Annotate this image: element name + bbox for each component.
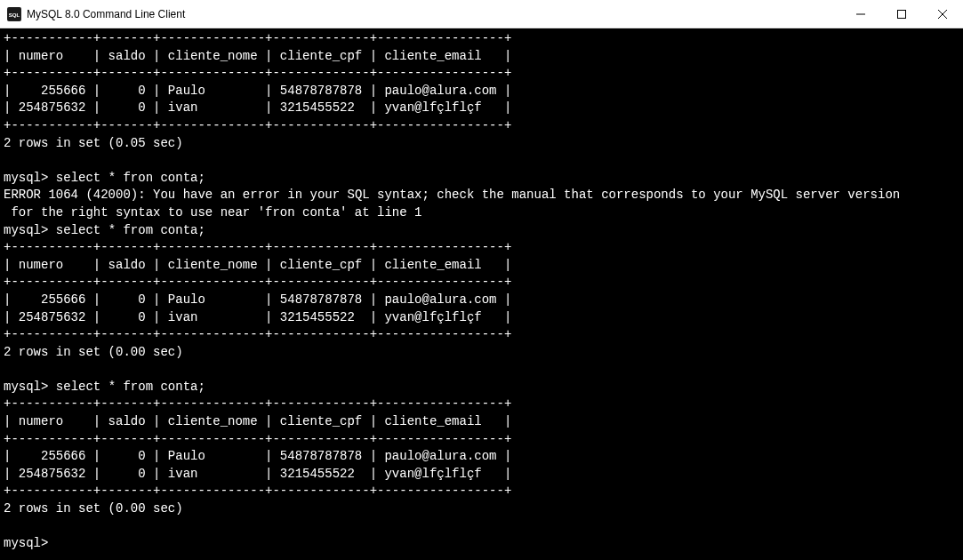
command-text: select * fron conta; [56,171,205,185]
result-summary: 2 rows in set (0.00 sec) [4,345,183,359]
titlebar-left: SQL MySQL 8.0 Command Line Client [0,7,185,21]
svg-rect-3 [898,10,906,18]
table-border: +-----------+-------+--------------+----… [4,327,511,341]
table-row: | 254875632 | 0 | ivan | 3215455522 | yv… [4,100,511,115]
error-code: ERROR 1064 (42000) [4,188,138,202]
table-border: +-----------+-------+--------------+----… [4,66,511,80]
result-summary: 2 rows in set (0.00 sec) [4,501,183,516]
table-header: | numero | saldo | cliente_nome | client… [4,49,511,63]
app-icon: SQL [7,7,21,21]
window-titlebar: SQL MySQL 8.0 Command Line Client [0,0,963,28]
window-controls [840,0,963,28]
table-row: | 254875632 | 0 | ivan | 3215455522 | yv… [4,467,511,481]
maximize-button[interactable] [881,0,922,28]
table-border: +-----------+-------+--------------+----… [4,240,511,254]
result-summary: 2 rows in set (0.05 sec) [4,136,183,150]
prompt: mysql> [4,536,48,550]
table-border: +-----------+-------+--------------+----… [4,118,511,132]
prompt: mysql> [4,223,48,237]
close-button[interactable] [922,0,963,28]
error-msg: for the right syntax to use near 'fron c… [4,205,421,220]
terminal-output[interactable]: +-----------+-------+--------------+----… [0,28,963,560]
table-row: | 255666 | 0 | Paulo | 54878787878 | pau… [4,449,511,463]
table-border: +-----------+-------+--------------+----… [4,484,511,498]
table-row: | 255666 | 0 | Paulo | 54878787878 | pau… [4,292,511,307]
table-header: | numero | saldo | cliente_nome | client… [4,258,511,272]
table-row: | 255666 | 0 | Paulo | 54878787878 | pau… [4,84,511,98]
svg-text:SQL: SQL [9,11,20,17]
command-text: select * from conta; [56,380,205,394]
prompt: mysql> [4,171,48,185]
table-border: +-----------+-------+--------------+----… [4,275,511,289]
table-row: | 254875632 | 0 | ivan | 3215455522 | yv… [4,310,511,324]
window-title: MySQL 8.0 Command Line Client [27,8,185,20]
table-border: +-----------+-------+--------------+----… [4,396,511,411]
prompt: mysql> [4,380,48,394]
error-msg: You have an error in your SQL syntax; ch… [153,188,900,202]
table-header: | numero | saldo | cliente_nome | client… [4,414,511,428]
minimize-button[interactable] [840,0,881,28]
table-border: +-----------+-------+--------------+----… [4,31,511,45]
table-border: +-----------+-------+--------------+----… [4,432,511,446]
command-text: select * from conta; [56,223,205,237]
